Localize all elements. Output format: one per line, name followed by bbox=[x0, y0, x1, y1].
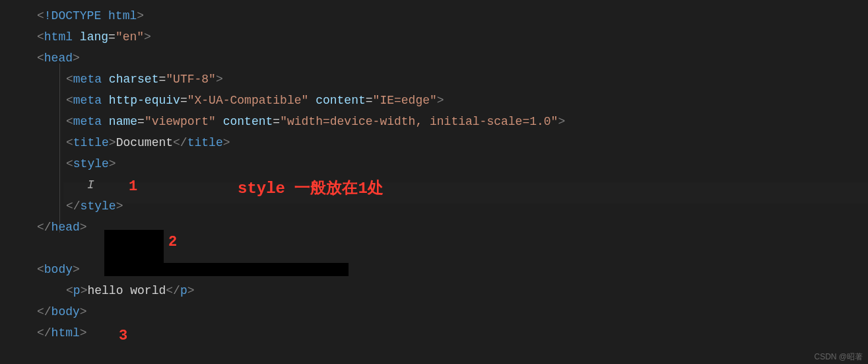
line-number bbox=[0, 196, 26, 217]
annotation-text: style 一般放在1处 bbox=[238, 177, 384, 198]
annotation-number-1: 1 bbox=[129, 178, 137, 195]
code-line[interactable]: <html lang="en"> bbox=[26, 26, 868, 48]
code-line[interactable]: <meta name="viewport" content="width=dev… bbox=[26, 111, 868, 132]
code-line[interactable]: </html> bbox=[26, 322, 868, 344]
code-editor[interactable]: <!DOCTYPE html> <html lang="en"> <head> … bbox=[0, 0, 868, 364]
code-line[interactable]: <style> bbox=[26, 153, 868, 174]
line-number bbox=[0, 26, 26, 48]
code-line[interactable]: </style> bbox=[26, 196, 868, 217]
code-line[interactable]: <title>Document</title> bbox=[26, 132, 868, 153]
text-cursor: I bbox=[87, 178, 94, 192]
code-line[interactable]: I bbox=[26, 174, 868, 196]
annotation-number-3: 3 bbox=[119, 328, 127, 344]
code-line[interactable]: <!DOCTYPE html> bbox=[26, 5, 868, 26]
redaction-box bbox=[104, 263, 349, 276]
annotation-number-2: 2 bbox=[168, 234, 177, 250]
line-number bbox=[0, 259, 26, 280]
line-number bbox=[0, 48, 26, 69]
line-number bbox=[0, 132, 26, 153]
line-number bbox=[0, 174, 26, 196]
line-number bbox=[0, 111, 26, 132]
code-line[interactable]: <meta http-equiv="X-UA-Compatible" conte… bbox=[26, 90, 868, 111]
code-line[interactable]: <p>hello world</p> bbox=[26, 280, 868, 301]
watermark: CSDN @昭著 bbox=[814, 351, 863, 363]
line-number bbox=[0, 69, 26, 90]
line-number bbox=[0, 5, 26, 26]
code-line[interactable]: </body> bbox=[26, 301, 868, 322]
code-area[interactable]: <!DOCTYPE html> <html lang="en"> <head> … bbox=[26, 0, 868, 364]
line-number bbox=[0, 322, 26, 344]
code-line[interactable]: <head> bbox=[26, 48, 868, 69]
line-number bbox=[0, 153, 26, 174]
line-number bbox=[0, 90, 26, 111]
code-line[interactable]: <meta charset="UTF-8"> bbox=[26, 69, 868, 90]
line-number bbox=[0, 301, 26, 322]
line-number-gutter bbox=[0, 0, 26, 364]
line-number bbox=[0, 238, 26, 259]
line-number bbox=[0, 217, 26, 238]
line-number bbox=[0, 280, 26, 301]
